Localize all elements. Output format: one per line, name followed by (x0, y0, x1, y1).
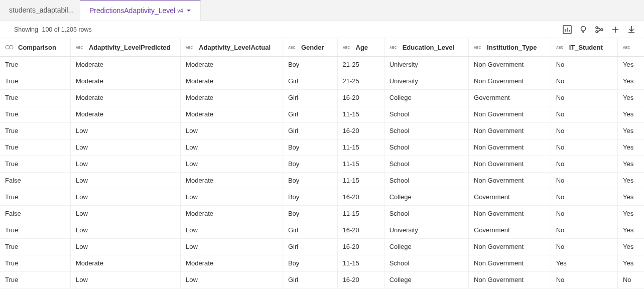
cell-Adaptivity_LevelPredicted[interactable]: Low (70, 156, 180, 172)
cell-Extra[interactable]: No (617, 271, 644, 288)
cell-Extra[interactable]: Yes (617, 106, 644, 122)
cell-Adaptivity_LevelPredicted[interactable]: Moderate (70, 56, 180, 73)
cell-Age[interactable]: 11-15 (337, 106, 384, 122)
cell-Comparison[interactable]: False (0, 172, 70, 189)
cell-Institution_Type[interactable]: Non Government (469, 106, 551, 122)
cell-Age[interactable]: 11-15 (337, 156, 384, 172)
cell-IT_Student[interactable]: No (551, 205, 617, 222)
cell-Age[interactable]: 16-20 (337, 238, 384, 255)
nodes-icon[interactable] (595, 25, 604, 34)
cell-Adaptivity_LevelActual[interactable]: Low (181, 238, 283, 255)
cell-Adaptivity_LevelActual[interactable]: Moderate (181, 89, 283, 106)
cell-Education_Level[interactable]: University (384, 73, 468, 89)
cell-Adaptivity_LevelActual[interactable]: Moderate (181, 172, 283, 189)
cell-Adaptivity_LevelPredicted[interactable]: Moderate (70, 255, 180, 271)
cell-Age[interactable]: 21-25 (337, 56, 384, 73)
cell-Adaptivity_LevelActual[interactable]: Low (181, 156, 283, 172)
cell-Institution_Type[interactable]: Non Government (469, 238, 551, 255)
cell-Institution_Type[interactable]: Government (469, 89, 551, 106)
cell-Adaptivity_LevelPredicted[interactable]: Low (70, 222, 180, 238)
column-header-Extra[interactable]: ABC (617, 38, 644, 56)
cell-Adaptivity_LevelPredicted[interactable]: Low (70, 172, 180, 189)
cell-Adaptivity_LevelActual[interactable]: Moderate (181, 56, 283, 73)
cell-Adaptivity_LevelActual[interactable]: Moderate (181, 106, 283, 122)
cell-Adaptivity_LevelActual[interactable]: Moderate (181, 255, 283, 271)
cell-Comparison[interactable]: True (0, 222, 70, 238)
cell-Comparison[interactable]: True (0, 189, 70, 205)
cell-IT_Student[interactable]: No (551, 89, 617, 106)
cell-Comparison[interactable]: True (0, 255, 70, 271)
cell-Age[interactable]: 16-20 (337, 89, 384, 106)
cell-Education_Level[interactable]: University (384, 56, 468, 73)
cell-Comparison[interactable]: True (0, 238, 70, 255)
cell-Adaptivity_LevelPredicted[interactable]: Low (70, 189, 180, 205)
cell-Extra[interactable]: Yes (617, 156, 644, 172)
cell-Comparison[interactable]: True (0, 106, 70, 122)
cell-Gender[interactable]: Boy (283, 205, 337, 222)
column-header-Adaptivity_LevelPredicted[interactable]: ABCAdaptivity_LevelPredicted (70, 38, 180, 56)
table-row[interactable]: TrueModerateModerateBoy11-15SchoolNon Go… (0, 255, 644, 271)
cell-Adaptivity_LevelPredicted[interactable]: Moderate (70, 106, 180, 122)
column-header-Institution_Type[interactable]: ABCInstitution_Type (469, 38, 551, 56)
cell-Institution_Type[interactable]: Non Government (469, 205, 551, 222)
tab-predictions-adaptivity[interactable]: PredictionsAdaptivity_Level v4 (80, 0, 201, 21)
table-row[interactable]: FalseLowModerateBoy11-15SchoolNon Govern… (0, 205, 644, 222)
cell-Extra[interactable]: Yes (617, 189, 644, 205)
table-row[interactable]: TrueLowLowBoy16-20CollegeGovernmentNoYes (0, 189, 644, 205)
cell-Gender[interactable]: Boy (283, 255, 337, 271)
cell-Adaptivity_LevelPredicted[interactable]: Low (70, 271, 180, 288)
cell-Gender[interactable]: Boy (283, 156, 337, 172)
cell-Age[interactable]: 11-15 (337, 255, 384, 271)
cell-IT_Student[interactable]: No (551, 56, 617, 73)
cell-Extra[interactable]: Yes (617, 222, 644, 238)
cell-Adaptivity_LevelActual[interactable]: Low (181, 122, 283, 139)
cell-Education_Level[interactable]: University (384, 222, 468, 238)
cell-Institution_Type[interactable]: Non Government (469, 271, 551, 288)
cell-Institution_Type[interactable]: Non Government (469, 172, 551, 189)
cell-Extra[interactable]: Yes (617, 255, 644, 271)
cell-Adaptivity_LevelActual[interactable]: Low (181, 271, 283, 288)
cell-Age[interactable]: 11-15 (337, 205, 384, 222)
caret-down-icon[interactable] (186, 8, 191, 13)
cell-Gender[interactable]: Girl (283, 106, 337, 122)
cell-Age[interactable]: 16-20 (337, 122, 384, 139)
tab-students-adaptability[interactable]: students_adaptabil... (0, 0, 80, 21)
cell-Gender[interactable]: Girl (283, 238, 337, 255)
cell-Education_Level[interactable]: School (384, 205, 468, 222)
cell-Age[interactable]: 11-15 (337, 172, 384, 189)
cell-Comparison[interactable]: True (0, 89, 70, 106)
cell-IT_Student[interactable]: No (551, 271, 617, 288)
cell-Education_Level[interactable]: College (384, 89, 468, 106)
cell-IT_Student[interactable]: No (551, 139, 617, 156)
cell-Gender[interactable]: Girl (283, 222, 337, 238)
cell-Extra[interactable]: Yes (617, 56, 644, 73)
cell-Adaptivity_LevelActual[interactable]: Moderate (181, 73, 283, 89)
cell-Adaptivity_LevelPredicted[interactable]: Moderate (70, 89, 180, 106)
cell-Institution_Type[interactable]: Non Government (469, 255, 551, 271)
table-row[interactable]: TrueModerateModerateGirl16-20CollegeGove… (0, 89, 644, 106)
cell-Education_Level[interactable]: College (384, 238, 468, 255)
column-header-IT_Student[interactable]: ABCIT_Student (551, 38, 617, 56)
cell-Age[interactable]: 11-15 (337, 139, 384, 156)
cell-Comparison[interactable]: True (0, 139, 70, 156)
plus-icon[interactable] (611, 25, 620, 34)
cell-IT_Student[interactable]: Yes (551, 255, 617, 271)
column-header-Gender[interactable]: ABCGender (283, 38, 337, 56)
cell-Extra[interactable]: Yes (617, 73, 644, 89)
cell-Adaptivity_LevelActual[interactable]: Moderate (181, 205, 283, 222)
column-header-Education_Level[interactable]: ABCEducation_Level (384, 38, 468, 56)
cell-Gender[interactable]: Boy (283, 189, 337, 205)
cell-Comparison[interactable]: True (0, 122, 70, 139)
cell-Adaptivity_LevelPredicted[interactable]: Low (70, 139, 180, 156)
lightbulb-icon[interactable] (579, 25, 588, 34)
table-row[interactable]: TrueLowLowGirl16-20SchoolNon GovernmentN… (0, 122, 644, 139)
cell-IT_Student[interactable]: No (551, 222, 617, 238)
cell-Extra[interactable]: Yes (617, 139, 644, 156)
cell-Adaptivity_LevelPredicted[interactable]: Moderate (70, 73, 180, 89)
cell-IT_Student[interactable]: No (551, 172, 617, 189)
cell-Institution_Type[interactable]: Non Government (469, 139, 551, 156)
cell-Extra[interactable]: Yes (617, 122, 644, 139)
cell-Gender[interactable]: Girl (283, 73, 337, 89)
table-row[interactable]: TrueModerateModerateGirl11-15SchoolNon G… (0, 106, 644, 122)
chart-icon[interactable] (563, 25, 572, 34)
